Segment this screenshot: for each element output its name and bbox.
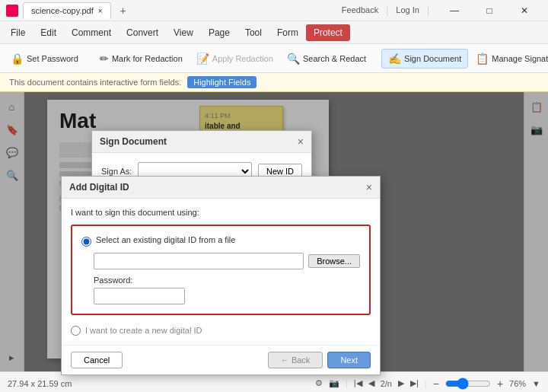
file-input-row: Browse...: [94, 253, 360, 269]
search-redact-btn[interactable]: 🔍 Search & Redact: [281, 49, 372, 68]
info-bar: This document contains interactive form …: [0, 73, 548, 92]
search-redact-icon: 🔍: [287, 53, 300, 65]
minimize-btn[interactable]: —: [437, 0, 472, 21]
info-message: This document contains interactive form …: [9, 78, 181, 87]
browse-btn[interactable]: Browse...: [308, 254, 360, 268]
did-options-box: Select an existing digital ID from a fil…: [71, 225, 371, 315]
apply-redaction-label: Apply Redaction: [212, 54, 273, 63]
did-title-bar: Add Digital ID ×: [62, 177, 380, 199]
manage-signatures-btn[interactable]: 📋 Manage Signatures ▼: [470, 49, 548, 68]
zoom-out-btn[interactable]: −: [433, 378, 439, 390]
settings-icon[interactable]: ⚙: [315, 378, 323, 388]
did-close-btn[interactable]: ×: [366, 181, 372, 193]
mark-icon: ✏: [100, 53, 109, 65]
active-tab[interactable]: science-copy.pdf ×: [23, 2, 111, 19]
option2-label: I want to create a new digital ID: [85, 326, 202, 335]
login-btn[interactable]: Log In: [396, 5, 419, 16]
maximize-btn[interactable]: □: [472, 0, 507, 21]
window-close-btn[interactable]: ✕: [507, 0, 542, 21]
apply-redaction-btn[interactable]: 📝 Apply Redaction: [190, 49, 279, 68]
menu-convert[interactable]: Convert: [119, 24, 166, 41]
page-info: 2/n: [381, 379, 392, 388]
option2-row: I want to create a new digital ID: [71, 324, 371, 336]
menu-view[interactable]: View: [166, 24, 201, 41]
sign-document-label: Sign Document: [404, 54, 461, 63]
sign-dialog-title-bar: Sign Document ×: [92, 131, 311, 153]
back-btn[interactable]: ← Back: [268, 352, 323, 368]
footer-right-btns: ← Back Next: [268, 352, 371, 368]
mark-redaction-label: Mark for Redaction: [112, 54, 183, 63]
next-page-btn[interactable]: ▶: [398, 378, 404, 388]
password-section: Password:: [94, 276, 360, 304]
lock-icon: 🔒: [11, 53, 24, 65]
apply-icon: 📝: [196, 53, 209, 65]
did-footer: Cancel ← Back Next: [62, 345, 380, 374]
option1-label: Select an existing digital ID from a fil…: [96, 235, 235, 244]
option2-radio[interactable]: [71, 326, 81, 336]
sign-dialog-title: Sign Document: [100, 136, 167, 147]
last-page-btn[interactable]: ▶|: [410, 378, 419, 388]
did-section-title: I want to sign this document using:: [71, 208, 371, 217]
menu-page[interactable]: Page: [201, 24, 237, 41]
sign-document-btn[interactable]: ✍ Sign Document: [381, 49, 468, 69]
option1-row: Select an existing digital ID from a fil…: [81, 235, 360, 247]
first-page-btn[interactable]: |◀: [354, 378, 362, 388]
title-bar: science-copy.pdf × + Feedback | Log In |…: [0, 0, 548, 21]
option1-radio[interactable]: [81, 237, 91, 247]
menu-bar: File Edit Comment Convert View Page Tool…: [0, 21, 548, 44]
sign-dialog-close-btn[interactable]: ×: [298, 135, 304, 148]
password-input[interactable]: [94, 288, 185, 304]
add-digital-id-dialog: Add Digital ID × I want to sign this doc…: [61, 176, 381, 375]
new-tab-btn[interactable]: +: [116, 3, 131, 18]
next-btn[interactable]: Next: [327, 352, 371, 368]
set-password-btn[interactable]: 🔒 Set Password: [5, 49, 84, 68]
prev-page-btn[interactable]: ◀: [368, 378, 374, 388]
zoom-slider[interactable]: [445, 378, 491, 390]
main-area: ⌂ 🔖 💬 🔍 ▸ Mat 4:11 PM itable and n gas. …: [0, 92, 548, 371]
zoom-level: 76%: [509, 379, 526, 388]
menu-form[interactable]: Form: [269, 24, 306, 41]
tab-close-btn[interactable]: ×: [98, 7, 103, 15]
did-title: Add Digital ID: [69, 182, 129, 193]
mark-redaction-btn[interactable]: ✏ Mark for Redaction: [94, 49, 189, 68]
tab-label: science-copy.pdf: [31, 6, 94, 15]
menu-edit[interactable]: Edit: [33, 24, 64, 41]
password-label: Password:: [94, 276, 360, 285]
highlight-fields-btn[interactable]: Highlight Fields: [187, 76, 256, 88]
cancel-btn[interactable]: Cancel: [71, 352, 123, 368]
feedback-btn[interactable]: Feedback: [342, 5, 378, 16]
menu-tool[interactable]: Tool: [237, 24, 269, 41]
file-path-input[interactable]: [94, 253, 304, 269]
scan-icon[interactable]: 📷: [329, 378, 339, 388]
zoom-dropdown-btn[interactable]: ▼: [532, 379, 540, 388]
search-redact-label: Search & Redact: [303, 54, 366, 63]
sign-icon: ✍: [388, 53, 401, 65]
manage-signatures-label: Manage Signatures: [492, 54, 548, 63]
toolbar: 🔒 Set Password ✏ Mark for Redaction 📝 Ap…: [0, 44, 548, 73]
menu-protect[interactable]: Protect: [306, 24, 350, 41]
dimensions-label: 27.94 x 21.59 cm: [8, 379, 72, 388]
menu-file[interactable]: File: [3, 24, 33, 41]
total-pages: n: [387, 379, 392, 388]
did-body: I want to sign this document using: Sele…: [62, 199, 380, 345]
manage-sig-icon: 📋: [476, 53, 489, 65]
sign-as-label: Sign As:: [101, 167, 132, 176]
zoom-in-btn[interactable]: +: [497, 378, 503, 390]
menu-comment[interactable]: Comment: [64, 24, 119, 41]
app-icon: [6, 5, 18, 17]
set-password-label: Set Password: [27, 54, 78, 63]
